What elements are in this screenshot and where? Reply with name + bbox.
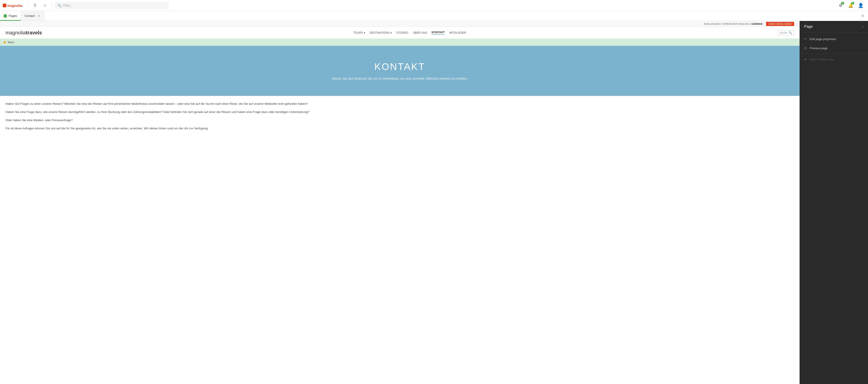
notif-badge: 0: [851, 2, 854, 5]
sidebar-title: Page: [804, 25, 813, 29]
magnolia-logo: magnolia: [3, 2, 23, 9]
area-dot: [4, 41, 6, 43]
search-icon: 🔍: [58, 4, 61, 7]
hero-title: KONTAKT: [374, 61, 425, 72]
close-all-tabs-icon[interactable]: ✕: [861, 13, 868, 19]
nav-tours[interactable]: TOURS ▾: [353, 31, 365, 34]
site-logo: magnoliatravels: [5, 30, 42, 36]
preview-icon: ⊡: [804, 46, 807, 50]
hero-section: KONTAKT Setzen Sie sich jederzeit mit un…: [0, 46, 800, 96]
site-search[interactable]: Suche 🔍: [777, 30, 794, 36]
page-content: AUSLOGGEN | SUPERUSER ENGLISH | GERMAN Ü…: [0, 21, 800, 384]
nav-destinations[interactable]: DESTINATIONS ▾: [370, 31, 392, 34]
content-p1: Haben Sie Fragen zu einer unserer Reisen…: [5, 101, 794, 106]
tab-pages[interactable]: Pages: [0, 11, 21, 21]
tab-contact[interactable]: Contact ✕: [21, 11, 44, 21]
top-bar: magnolia ⠿ ☆ 🔍 Find... ⚙ 0 🔔 0 👤: [0, 0, 868, 11]
preview-page-label: Preview page: [810, 46, 828, 50]
right-sidebar: Page › ✏ Edit page properties ⊡ Preview …: [800, 21, 868, 384]
site-top-bar: AUSLOGGEN | SUPERUSER ENGLISH | GERMAN Ü…: [0, 21, 800, 27]
area-label: Main: [8, 40, 14, 44]
edit-page-label: Edit page properties: [810, 37, 836, 41]
master-page-icon: ↩: [804, 58, 807, 61]
site-header: magnoliatravels TOURS ▾ DESTINATIONS ▾ S…: [0, 27, 800, 39]
tabs-bar: Pages Contact ✕ ✕: [0, 11, 868, 21]
user-icon: 👤: [858, 3, 864, 8]
sidebar-menu: ✏ Edit page properties ⊡ Preview page ↩ …: [800, 33, 868, 66]
edit-icon: ✏: [804, 37, 807, 41]
content-p3: Oder haben Sie eine Medien- oder Pressea…: [5, 118, 794, 123]
tab-contact-label: Contact: [25, 14, 35, 18]
search-placeholder: Find...: [63, 4, 72, 7]
favorites-icon-btn[interactable]: ☆: [41, 1, 49, 9]
sidebar-open-master-page: ↩ Open master page: [800, 55, 868, 64]
site-demo-btn[interactable]: ÜBER DIESE DEMO: [766, 22, 794, 26]
tab-close-icon[interactable]: ✕: [38, 14, 40, 18]
sidebar-edit-page-properties[interactable]: ✏ Edit page properties: [800, 34, 868, 43]
site-search-placeholder: Suche: [779, 31, 787, 34]
site-nav: TOURS ▾ DESTINATIONS ▾ STORIES ÜBER UNS …: [353, 31, 466, 35]
sidebar-divider: [800, 54, 868, 54]
site-lang-text: ENGLISH | GERMAN: [738, 23, 763, 25]
main-layout: AUSLOGGEN | SUPERUSER ENGLISH | GERMAN Ü…: [0, 21, 868, 384]
site-search-icon: 🔍: [788, 31, 792, 34]
sidebar-collapse-btn[interactable]: ›: [862, 25, 863, 29]
notification-icon-btn[interactable]: 🔔 0: [846, 1, 855, 10]
content-p4: Für all diese Anfragen können Sie uns au…: [5, 126, 794, 131]
svg-rect-0: [3, 4, 6, 7]
logo-svg: magnolia: [3, 2, 23, 9]
tab-pages-label: Pages: [9, 14, 17, 18]
filter-badge: 0: [841, 2, 844, 5]
open-master-page-label: Open master page: [810, 58, 834, 61]
grid-icon-btn[interactable]: ⠿: [31, 1, 39, 9]
nav-kontakt[interactable]: KONTAKT: [432, 31, 445, 35]
tab-active-indicator: [0, 20, 21, 21]
sidebar-header: Page ›: [800, 21, 868, 33]
area-bar: Main: [0, 39, 800, 46]
content-text: Haben Sie Fragen zu einer unserer Reisen…: [0, 96, 800, 140]
content-p2: Haben Sie eine Frage dazu, wie unsere Re…: [5, 110, 794, 114]
site-lang-highlight: GERMAN: [751, 23, 763, 25]
user-icon-btn[interactable]: 👤: [856, 1, 865, 10]
nav-stories[interactable]: STORIES: [396, 31, 408, 34]
top-bar-right: ⚙ 0 🔔 0 👤: [836, 1, 865, 10]
nav-mitglieder[interactable]: MITGLIEDER: [449, 31, 466, 34]
nav-uber-uns[interactable]: ÜBER UNS: [413, 31, 427, 34]
sidebar-preview-page[interactable]: ⊡ Preview page: [800, 43, 868, 53]
search-bar[interactable]: 🔍 Find...: [55, 2, 169, 9]
hero-subtitle: Setzen Sie sich jederzeit mit uns in Ver…: [332, 77, 468, 80]
svg-text:magnolia: magnolia: [7, 4, 23, 7]
filter-icon-btn[interactable]: ⚙ 0: [836, 1, 845, 10]
site-auth-text: AUSLOGGEN | SUPERUSER: [704, 23, 737, 25]
pages-icon: [4, 14, 7, 18]
